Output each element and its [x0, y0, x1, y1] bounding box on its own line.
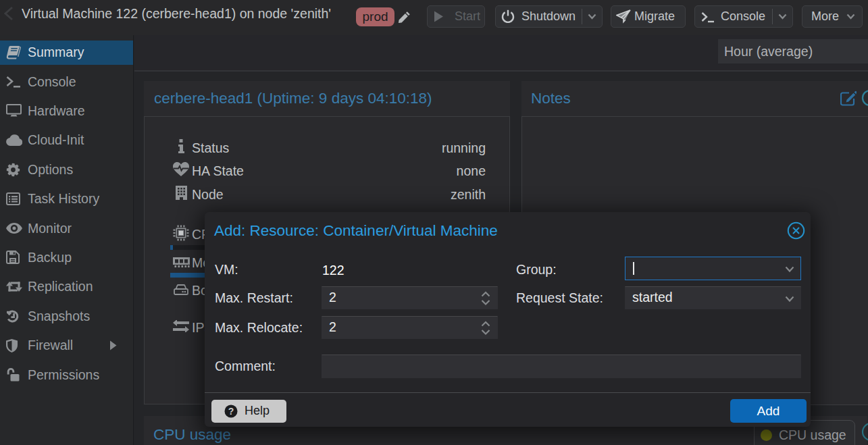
- svg-text:?: ?: [228, 406, 234, 417]
